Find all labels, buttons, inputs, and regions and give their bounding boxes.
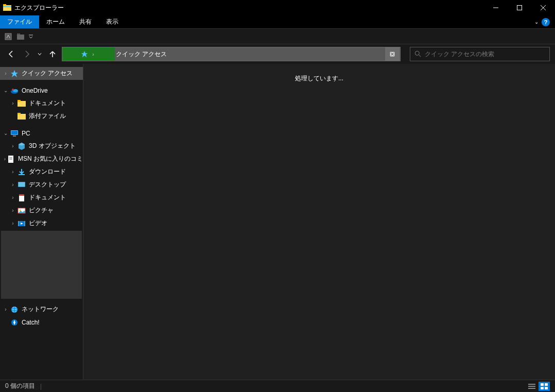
tab-view[interactable]: 表示 [99,15,126,28]
tab-file[interactable]: ファイル [0,15,39,28]
window-title: エクスプローラー [14,4,484,12]
tree-quick-access[interactable]: › クイック アクセス [0,67,83,80]
tree-label: ダウンロード [29,167,66,176]
star-icon [10,70,19,78]
explorer-app-icon [3,4,11,12]
icons-view-button[interactable] [539,382,550,391]
tree-label: デスクトップ [29,180,66,189]
back-button[interactable] [5,48,18,60]
svg-rect-23 [13,135,16,137]
address-text[interactable]: クイック アクセス [115,50,167,59]
window-controls [484,0,555,15]
folder-icon [18,99,26,108]
tree-pc-videos[interactable]: › ビデオ [0,217,83,230]
details-view-button[interactable] [526,382,537,391]
desktop-icon [18,181,26,189]
qat-newfolder-icon[interactable] [15,31,26,42]
tree-pc-msnfav[interactable]: › MSN お気に入りのコミ [0,152,83,165]
tree-onedrive-documents[interactable]: › ドキュメント [0,97,83,110]
tree-onedrive[interactable]: ⌄ OneDrive [0,84,83,97]
tree-label: 添付ファイル [29,112,66,121]
chevron-right-icon[interactable]: › [9,182,16,188]
document-icon [7,155,15,163]
chevron-right-icon[interactable]: › [9,220,16,226]
svg-rect-19 [18,114,26,120]
tree-pc[interactable]: ⌄ PC [0,127,83,140]
tree-onedrive-attachments[interactable]: › 添付ファイル [0,110,83,123]
chevron-right-icon[interactable]: › [2,306,9,312]
tree-catch[interactable]: › Catch! [0,316,83,329]
address-bar[interactable]: › クイック アクセス [62,47,401,61]
network-icon [10,305,19,314]
tree-pc-pictures[interactable]: › ピクチャ [0,204,83,217]
svg-rect-2 [3,6,11,7]
search-box[interactable] [410,47,550,61]
tree-pc-3dobjects[interactable]: › 3D オブジェクト [0,140,83,152]
search-input[interactable] [425,50,545,58]
tree-pc-downloads[interactable]: › ダウンロード [0,165,83,178]
svg-rect-4 [517,6,522,10]
ribbon-tabs: ファイル ホーム 共有 表示 ⌄ ? [0,15,555,29]
preview-pane [1,231,82,299]
qat-customize-icon[interactable] [28,31,34,42]
minimize-button[interactable] [484,0,508,15]
svg-rect-20 [18,113,21,114]
navigation-pane: › クイック アクセス ⌄ OneDrive › ドキュメント › 添付ファイル… [0,64,83,380]
videos-icon [18,219,26,228]
tree-label: PC [22,130,30,137]
chevron-right-icon[interactable]: › [9,100,16,106]
tree-label: ドキュメント [29,99,66,108]
svg-rect-26 [9,158,12,159]
svg-rect-18 [18,100,21,101]
help-icon[interactable]: ? [542,18,550,26]
chevron-right-icon[interactable]: › [2,71,9,76]
svg-rect-1 [3,4,6,6]
qat-properties-icon[interactable] [3,31,13,42]
svg-point-12 [415,51,419,55]
chevron-right-icon[interactable]: › [9,208,16,213]
pictures-icon [18,207,26,215]
chevron-right-icon[interactable]: › [9,143,16,149]
onedrive-icon [10,87,19,95]
tree-label: OneDrive [22,87,48,94]
close-button[interactable] [531,0,555,15]
documents-icon [18,194,26,202]
recent-locations-button[interactable] [36,48,43,60]
chevron-down-icon[interactable]: ⌄ [2,130,9,136]
svg-rect-48 [545,387,548,389]
tree-label: ピクチャ [29,206,54,215]
chevron-right-icon[interactable]: › [4,156,6,162]
svg-rect-37 [24,221,25,226]
tab-share[interactable]: 共有 [72,15,99,28]
downloads-icon [18,168,26,176]
3d-objects-icon [18,142,26,150]
svg-rect-43 [528,386,535,387]
chevron-down-icon[interactable]: ⌄ [2,88,9,93]
forward-button[interactable] [21,48,33,60]
star-icon [81,50,88,58]
folder-icon [18,112,26,121]
search-icon [414,50,422,58]
svg-rect-45 [541,383,544,386]
chevron-right-icon[interactable]: › [9,195,16,200]
tree-pc-documents[interactable]: › ドキュメント [0,191,83,204]
tree-label: クイック アクセス [22,69,73,78]
loading-text: 処理しています... [295,74,343,380]
main-view: 処理しています... [83,64,555,380]
tree-label: ビデオ [29,219,47,228]
svg-rect-28 [19,174,25,175]
tree-pc-desktop[interactable]: › デスクトップ [0,178,83,191]
maximize-button[interactable] [508,0,531,15]
tab-home[interactable]: ホーム [39,15,72,28]
svg-rect-46 [545,383,548,386]
ribbon-collapse-icon[interactable]: ⌄ [534,19,539,25]
svg-rect-17 [18,101,26,107]
chevron-right-icon[interactable]: › [9,169,16,175]
up-button[interactable] [46,48,59,60]
pc-icon [10,129,19,138]
tree-label: ドキュメント [29,193,66,202]
refresh-button[interactable] [385,47,400,61]
svg-rect-0 [3,5,11,11]
svg-rect-27 [9,159,12,160]
tree-network[interactable]: › ネットワーク [0,303,83,316]
